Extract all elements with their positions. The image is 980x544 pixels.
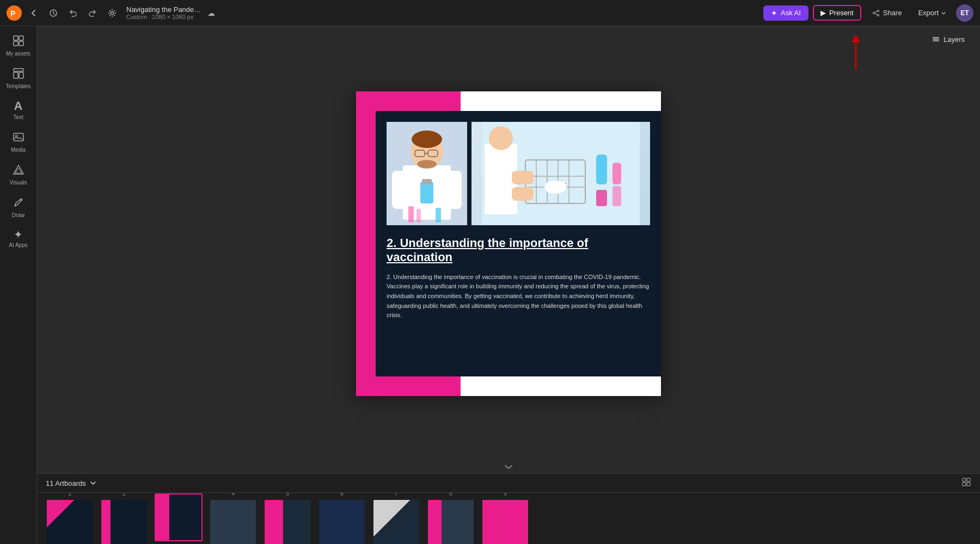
main-area: My assets Templates A Text Media Visuals [0,26,980,544]
grid-view-icon[interactable] [961,477,971,489]
sidebar-label-ai-apps: AI Apps [9,242,27,248]
sidebar-label-templates: Templates [6,83,31,89]
svg-point-5 [873,12,874,14]
filmstrip-item-6[interactable]: 6 [318,493,366,544]
ask-ai-label: Ask AI [781,9,801,17]
avatar[interactable]: ET [956,4,973,22]
svg-rect-7 [14,36,18,40]
slide-thumb-8[interactable] [427,499,475,545]
thumb-preview-3 [156,494,201,540]
header: P Navigating the Pande… Custom · 1080 × … [0,0,980,26]
canvas-scroll[interactable]: 2. Understanding the importance of vacci… [37,26,980,461]
settings-button[interactable] [105,5,120,21]
svg-rect-56 [512,187,534,201]
present-icon: ▶ [820,9,826,17]
ask-ai-button[interactable]: ✦ Ask AI [763,5,808,21]
thumb-preview-9 [482,500,528,545]
filmstrip-item-8[interactable]: 8 [427,493,475,544]
slide-thumb-3[interactable] [155,493,203,541]
slide-canvas: 2. Understanding the importance of vacci… [356,91,661,396]
undo-button[interactable] [65,5,81,21]
history-button[interactable] [46,5,61,21]
ask-ai-icon: ✦ [771,9,777,17]
share-icon [872,9,880,17]
filmstrip-item-7[interactable]: 7 [372,493,420,544]
sidebar-item-text[interactable]: A Text [2,96,35,125]
svg-rect-31 [392,171,408,209]
slide-thumb-1[interactable] [46,499,94,545]
slide-body: 2. Understanding the importance of vacci… [387,273,650,320]
svg-rect-51 [596,154,607,184]
present-label: Present [829,9,854,17]
svg-rect-57 [963,478,966,481]
present-button[interactable]: ▶ Present [813,5,861,21]
sidebar-item-my-assets[interactable]: My assets [2,30,35,61]
filmstrip: 11 Artboards 1 2 [37,473,980,544]
artboards-count-label: 11 Artboards [46,479,86,487]
slide-thumb-5[interactable] [264,499,311,545]
filmstrip-scroll[interactable]: 1 2 3 [37,493,980,544]
svg-rect-10 [19,41,23,46]
svg-rect-59 [963,483,966,486]
slide-number-2: 2 [122,493,126,497]
artboards-label[interactable]: 11 Artboards [46,479,97,487]
collapse-handle[interactable] [37,461,980,473]
filmstrip-item-9[interactable]: 9 [481,493,529,544]
svg-rect-18 [933,37,939,38]
slide-title: 2. Understanding the importance of vacci… [387,236,650,265]
slide-thumb-2[interactable] [100,499,148,545]
svg-rect-55 [512,171,534,184]
sidebar-item-ai-apps[interactable]: ✦ AI Apps [2,225,35,252]
svg-rect-13 [19,72,23,78]
slide-thumb-9[interactable] [481,499,529,545]
svg-rect-9 [14,41,18,46]
filmstrip-item-5[interactable]: 5 [264,493,311,544]
back-button[interactable] [26,5,41,21]
thumb-preview-2 [101,500,147,545]
svg-point-30 [417,160,437,169]
svg-point-15 [15,135,17,137]
svg-rect-32 [445,171,462,209]
sidebar-item-templates[interactable]: Templates [2,63,35,94]
slide-thumb-6[interactable] [318,499,366,545]
share-button[interactable]: Share [866,5,909,20]
svg-rect-37 [436,208,441,222]
slide-thumb-7[interactable] [372,499,420,545]
thumb-preview-6 [319,500,365,545]
canvas-area: Layers [37,26,980,544]
layers-label: Layers [944,35,965,44]
thumb-preview-5 [265,500,310,545]
filmstrip-item-1[interactable]: 1 [46,493,94,544]
export-button[interactable]: Export [912,5,952,20]
slide-number-8: 8 [449,493,452,497]
svg-rect-34 [422,179,432,184]
sidebar-label-draw: Draw [12,212,24,218]
filmstrip-item-2[interactable]: 2 [100,493,148,544]
slide-images-row [387,122,650,225]
header-actions: ✦ Ask AI ▶ Present Share Export ET [763,4,973,22]
layers-button[interactable]: Layers [927,33,969,46]
sidebar-item-draw[interactable]: Draw [2,192,35,222]
draw-icon [13,196,24,210]
text-icon: A [14,100,23,112]
filmstrip-header: 11 Artboards [37,474,980,493]
svg-rect-19 [933,39,939,40]
sidebar-item-media[interactable]: Media [2,127,35,157]
templates-icon [13,67,24,81]
svg-point-50 [565,183,567,184]
svg-rect-33 [420,182,433,203]
svg-rect-14 [14,133,23,141]
svg-rect-8 [19,36,23,40]
export-label: Export [918,9,939,17]
filmstrip-item-3[interactable]: 3 ⋮ [155,493,203,544]
slide-thumb-4[interactable] [209,499,257,545]
slide-dark-panel: 2. Understanding the importance of vacci… [376,111,661,376]
filmstrip-item-4[interactable]: 4 [209,493,257,544]
lab-image [471,122,650,225]
thumb-preview-4 [210,500,256,545]
slide-number-6: 6 [340,493,344,497]
media-icon [13,131,24,145]
sidebar-item-visuals[interactable]: Visuals [2,159,35,190]
redo-button[interactable] [85,5,100,21]
svg-point-4 [877,10,879,11]
